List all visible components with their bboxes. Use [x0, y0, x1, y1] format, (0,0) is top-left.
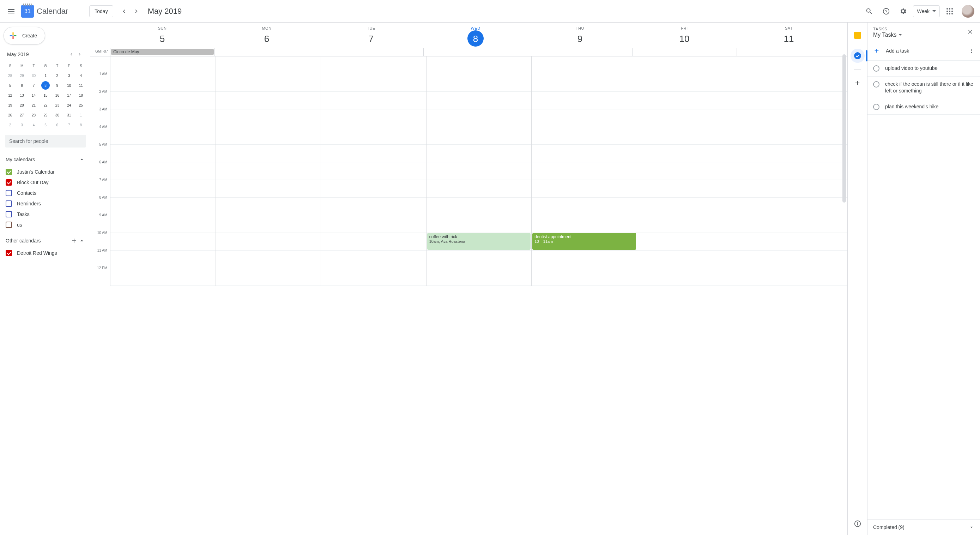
day-column[interactable]	[742, 56, 847, 286]
plus-icon[interactable]	[70, 237, 78, 244]
mini-day[interactable]: 8	[41, 81, 50, 90]
day-header[interactable]: MON6	[215, 22, 319, 48]
calendar-item[interactable]: Tasks	[3, 209, 88, 220]
day-column[interactable]	[321, 56, 426, 286]
mini-day[interactable]: 7	[65, 121, 73, 129]
tasks-list-selector[interactable]: My Tasks	[873, 32, 974, 38]
mini-day[interactable]: 28	[30, 111, 38, 119]
calendar-checkbox[interactable]	[6, 179, 12, 186]
mini-day[interactable]: 3	[65, 71, 73, 80]
search-people-input[interactable]: Search for people	[5, 135, 86, 148]
mini-day[interactable]: 17	[65, 91, 73, 100]
completed-tasks-toggle[interactable]: Completed (9)	[867, 519, 980, 535]
mini-day[interactable]: 11	[76, 81, 85, 90]
day-number[interactable]: 7	[363, 30, 379, 46]
mini-day[interactable]: 29	[41, 111, 50, 119]
mini-day[interactable]: 10	[65, 81, 73, 90]
calendar-item[interactable]: Justin's Calendar	[3, 167, 88, 177]
day-column[interactable]	[637, 56, 742, 286]
mini-day[interactable]: 12	[6, 91, 14, 100]
calendar-checkbox[interactable]	[6, 169, 12, 175]
day-column[interactable]: coffee with rick10am, Ava Roasteria	[426, 56, 531, 286]
allday-cell[interactable]	[319, 48, 423, 56]
calendar-item[interactable]: Detroit Red Wings	[3, 248, 88, 258]
other-calendars-header[interactable]: Other calendars	[3, 235, 88, 246]
app-logo[interactable]: 31 Calendar	[21, 5, 68, 18]
mini-day[interactable]: 5	[6, 81, 14, 90]
calendar-checkbox[interactable]	[6, 190, 12, 196]
mini-day[interactable]: 6	[53, 121, 61, 129]
calendar-checkbox[interactable]	[6, 250, 12, 256]
calendar-checkbox[interactable]	[6, 211, 12, 217]
info-button[interactable]	[851, 517, 865, 531]
mini-day[interactable]: 3	[18, 121, 26, 129]
day-header[interactable]: SAT11	[737, 22, 841, 48]
mini-day[interactable]: 9	[53, 81, 61, 90]
account-avatar[interactable]	[962, 5, 974, 18]
task-complete-circle[interactable]	[873, 81, 880, 88]
tasks-more-button[interactable]	[969, 48, 974, 54]
allday-cell[interactable]	[632, 48, 737, 56]
mini-day[interactable]: 22	[41, 101, 50, 110]
grid-body[interactable]: 1 AM2 AM3 AM4 AM5 AM6 AM7 AM8 AM9 AM10 A…	[90, 56, 847, 535]
mini-day[interactable]: 29	[18, 71, 26, 80]
allday-cell[interactable]	[737, 48, 841, 56]
mini-day[interactable]: 7	[30, 81, 38, 90]
view-selector[interactable]: Week	[913, 5, 940, 17]
mini-day[interactable]: 26	[6, 111, 14, 119]
add-addon-button[interactable]: +	[851, 76, 865, 90]
day-header[interactable]: TUE7	[319, 22, 423, 48]
mini-next-button[interactable]	[75, 50, 84, 59]
mini-day[interactable]: 2	[6, 121, 14, 129]
mini-day[interactable]: 15	[41, 91, 50, 100]
mini-prev-button[interactable]	[67, 50, 75, 59]
search-button[interactable]	[862, 4, 876, 18]
task-item[interactable]: upload video to youtube	[867, 61, 980, 76]
task-item[interactable]: check if the ocean is still there or if …	[867, 76, 980, 99]
tasks-close-button[interactable]	[964, 26, 976, 37]
mini-day[interactable]: 25	[76, 101, 85, 110]
day-number[interactable]: 10	[676, 30, 692, 46]
allday-cell[interactable]: Cinco de May	[110, 48, 215, 56]
mini-day[interactable]: 18	[76, 91, 85, 100]
mini-day[interactable]: 23	[53, 101, 61, 110]
google-apps-button[interactable]	[943, 4, 957, 18]
help-button[interactable]: ?	[879, 4, 893, 18]
day-column[interactable]	[216, 56, 321, 286]
allday-cell[interactable]	[528, 48, 632, 56]
task-complete-circle[interactable]	[873, 65, 880, 72]
mini-day[interactable]: 28	[6, 71, 14, 80]
scrollbar[interactable]	[842, 54, 846, 202]
allday-cell[interactable]	[423, 48, 528, 56]
my-calendars-header[interactable]: My calendars	[3, 154, 88, 165]
main-menu-button[interactable]	[3, 3, 20, 20]
today-button[interactable]: Today	[89, 5, 113, 17]
calendar-item[interactable]: Block Out Day	[3, 177, 88, 188]
tasks-addon-button[interactable]	[851, 49, 865, 63]
day-number[interactable]: 11	[781, 30, 797, 46]
mini-day[interactable]: 14	[30, 91, 38, 100]
mini-day[interactable]: 19	[6, 101, 14, 110]
mini-day[interactable]: 30	[53, 111, 61, 119]
day-header[interactable]: THU9	[528, 22, 632, 48]
mini-day[interactable]: 4	[76, 71, 85, 80]
day-header[interactable]: FRI10	[632, 22, 737, 48]
day-number[interactable]: 5	[154, 30, 170, 46]
mini-day[interactable]: 2	[53, 71, 61, 80]
mini-day[interactable]: 13	[18, 91, 26, 100]
create-button[interactable]: Create	[3, 27, 45, 45]
day-header[interactable]: SUN5	[110, 22, 215, 48]
task-complete-circle[interactable]	[873, 104, 880, 110]
day-number[interactable]: 8	[468, 30, 484, 46]
mini-day[interactable]: 4	[30, 121, 38, 129]
mini-day[interactable]: 24	[65, 101, 73, 110]
calendar-checkbox[interactable]	[6, 201, 12, 207]
task-item[interactable]: plan this weekend's hike	[867, 99, 980, 115]
mini-day[interactable]: 16	[53, 91, 61, 100]
keep-addon-button[interactable]	[851, 28, 865, 42]
calendar-event[interactable]: dentist appointment10 – 11am	[532, 233, 636, 250]
day-column[interactable]: dentist appointment10 – 11am	[531, 56, 637, 286]
next-period-button[interactable]	[130, 5, 143, 18]
mini-day[interactable]: 20	[18, 101, 26, 110]
mini-day[interactable]: 1	[41, 71, 50, 80]
